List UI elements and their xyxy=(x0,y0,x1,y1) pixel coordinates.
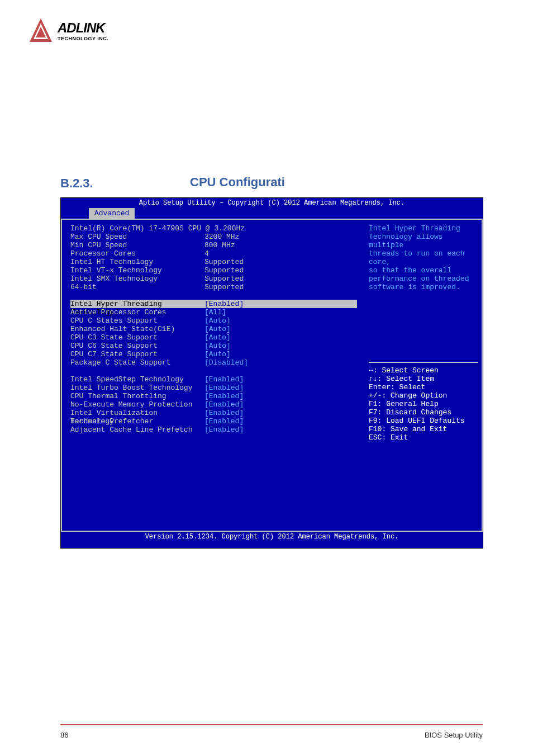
option-label: Package C State Support xyxy=(70,358,204,367)
option-row[interactable]: CPU C States Support[Auto] xyxy=(70,316,357,325)
option-label: CPU Thermal Throttling xyxy=(70,392,204,400)
nav-line: F7: Discard Changes xyxy=(369,408,478,417)
option-row[interactable]: CPU C7 State Support[Auto] xyxy=(70,350,357,358)
cpu-name: Intel(R) Core(TM) i7-4790S CPU @ 3.20GHz xyxy=(70,224,245,233)
nav-line: +/-: Change Option xyxy=(369,391,478,400)
logo-sub: TECHNOLOGY INC. xyxy=(58,36,108,41)
help-line: software is improved. xyxy=(369,283,478,291)
side-divider xyxy=(369,362,478,363)
option-value: [Auto] xyxy=(204,342,231,350)
info-label: Intel HT Technology xyxy=(70,258,204,266)
adlink-logo-icon xyxy=(27,17,55,45)
help-line: Technology allows multiple xyxy=(369,233,478,249)
nav-line: F10: Save and Exit xyxy=(369,425,478,433)
nav-line: ESC: Exit xyxy=(369,433,478,442)
option-row[interactable]: CPU C6 State Support[Auto] xyxy=(70,342,357,350)
option-value: [Enabled] xyxy=(204,417,244,426)
option-label: Intel SpeedStep Technology xyxy=(70,375,204,384)
option-label: No-Execute Memory Protection xyxy=(70,400,204,409)
help-line: performance on threaded xyxy=(369,275,478,283)
bios-body: Intel(R) Core(TM) i7-4790S CPU @ 3.20GHz… xyxy=(61,219,483,532)
bios-side-panel: Intel Hyper ThreadingTechnology allows m… xyxy=(365,220,483,532)
nav-line: F1: General Help xyxy=(369,400,478,408)
cpu-name-row: Intel(R) Core(TM) i7-4790S CPU @ 3.20GHz xyxy=(70,224,357,233)
info-value: Supported xyxy=(204,258,244,266)
info-label: 64-bit xyxy=(70,283,204,291)
info-value: 800 MHz xyxy=(204,241,235,249)
option-value: [Enabled] xyxy=(204,300,244,308)
info-row: Max CPU Speed3200 MHz xyxy=(70,233,357,241)
nav-line: Enter: Select xyxy=(369,383,478,391)
option-row[interactable]: Hardware Prefetcher[Enabled] xyxy=(70,417,357,426)
option-value: [Enabled] xyxy=(204,392,244,400)
bios-screen: Aptio Setup Utility – Copyright (C) 2012… xyxy=(60,197,483,549)
option-value: [Enabled] xyxy=(204,384,244,392)
bios-header: Aptio Setup Utility – Copyright (C) 2012… xyxy=(61,198,483,208)
tab-advanced[interactable]: Advanced xyxy=(89,208,135,219)
option-row[interactable]: Intel SpeedStep Technology[Enabled] xyxy=(70,375,357,384)
option-label: Adjacent Cache Line Prefetch xyxy=(70,426,204,434)
option-value: [Enabled] xyxy=(204,409,244,417)
option-row[interactable]: Intel Turbo Boost Technology[Enabled] xyxy=(70,384,357,392)
bios-footer: Version 2.15.1234. Copyright (C) 2012 Am… xyxy=(61,532,483,542)
option-row[interactable]: Package C State Support[Disabled] xyxy=(70,358,357,367)
help-line: threads to run on each core, xyxy=(369,249,478,266)
option-row[interactable]: No-Execute Memory Protection[Enabled] xyxy=(70,400,357,409)
option-label: Enhanced Halt State(C1E) xyxy=(70,325,204,333)
option-row[interactable]: Active Processor Cores[All] xyxy=(70,308,357,316)
info-value: Supported xyxy=(204,266,244,275)
info-value: Supported xyxy=(204,283,244,291)
info-label: Intel SMX Technology xyxy=(70,275,204,283)
option-label: CPU C7 State Support xyxy=(70,350,204,358)
option-label: Intel Hyper Threading Technology xyxy=(70,300,204,308)
info-label: Max CPU Speed xyxy=(70,233,204,241)
info-label: Intel VT-x Technology xyxy=(70,266,204,275)
info-label: Processor Cores xyxy=(70,249,204,258)
info-row: Intel HT TechnologySupported xyxy=(70,258,357,266)
option-label: Intel Turbo Boost Technology xyxy=(70,384,204,392)
bios-tabs: Advanced xyxy=(61,208,483,219)
info-value: 4 xyxy=(204,249,209,258)
info-label: Min CPU Speed xyxy=(70,241,204,249)
nav-line: F9: Load UEFI Defaults xyxy=(369,417,478,425)
option-label: Hardware Prefetcher xyxy=(70,417,204,426)
option-row[interactable]: CPU C3 State Support[Auto] xyxy=(70,333,357,342)
info-value: 3200 MHz xyxy=(204,233,239,241)
info-row: Intel VT-x TechnologySupported xyxy=(70,266,357,275)
option-row[interactable]: Enhanced Halt State(C1E)[Auto] xyxy=(70,325,357,333)
option-row[interactable]: Adjacent Cache Line Prefetch[Enabled] xyxy=(70,426,357,434)
info-row: Min CPU Speed800 MHz xyxy=(70,241,357,249)
spacer xyxy=(70,367,357,375)
spacer xyxy=(70,291,357,300)
option-row[interactable]: Intel Hyper Threading Technology[Enabled… xyxy=(70,300,357,308)
option-value: [Auto] xyxy=(204,325,231,333)
nav-line: ↔: Select Screen xyxy=(369,366,478,375)
option-value: [Disabled] xyxy=(204,358,248,367)
option-value: [Enabled] xyxy=(204,426,244,434)
info-row: 64-bitSupported xyxy=(70,283,357,291)
spacer xyxy=(369,291,478,358)
logo-text: ADLINK TECHNOLOGY INC. xyxy=(58,20,108,41)
option-value: [Auto] xyxy=(204,350,231,358)
footer-page-num: 86 xyxy=(60,731,68,739)
option-value: [All] xyxy=(204,308,226,316)
help-line: Intel Hyper Threading xyxy=(369,224,478,233)
option-label: CPU C6 State Support xyxy=(70,342,204,350)
option-row[interactable]: Intel Virtualization Technology[Enabled] xyxy=(70,409,357,417)
option-row[interactable]: CPU Thermal Throttling[Enabled] xyxy=(70,392,357,400)
info-row: Intel SMX TechnologySupported xyxy=(70,275,357,283)
option-value: [Auto] xyxy=(204,316,231,325)
help-line: so that the overall xyxy=(369,266,478,275)
option-value: [Auto] xyxy=(204,333,231,342)
option-label: Active Processor Cores xyxy=(70,308,204,316)
bios-main-panel: Intel(R) Core(TM) i7-4790S CPU @ 3.20GHz… xyxy=(61,220,365,532)
logo-main: ADLINK xyxy=(58,20,108,36)
footer-text: BIOS Setup Utility xyxy=(425,731,483,739)
info-value: Supported xyxy=(204,275,244,283)
nav-line: ↑↓: Select Item xyxy=(369,375,478,383)
footer-line xyxy=(60,724,483,725)
logo: ADLINK TECHNOLOGY INC. xyxy=(27,17,108,45)
section-number: B.2.3. xyxy=(60,176,93,191)
option-label: Intel Virtualization Technology xyxy=(70,409,204,417)
option-value: [Enabled] xyxy=(204,400,244,409)
